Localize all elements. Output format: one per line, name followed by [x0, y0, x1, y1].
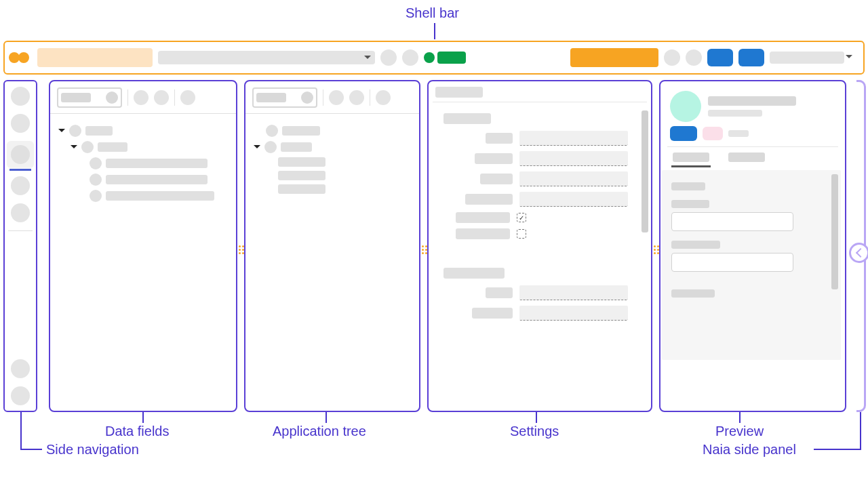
preview-section-label — [671, 182, 705, 190]
panel-data-body — [50, 114, 236, 411]
settings-input[interactable] — [519, 151, 628, 166]
naia-expand-button[interactable] — [849, 243, 868, 263]
sidenav-item-3-active[interactable] — [7, 141, 34, 168]
sidenav-divider — [8, 230, 33, 231]
preview-subtitle — [708, 110, 762, 117]
tree-row[interactable] — [278, 184, 411, 194]
tree-row[interactable] — [90, 190, 228, 202]
status-indicator — [424, 52, 466, 64]
settings-body: ✓ — [429, 106, 651, 411]
splitter-handle[interactable] — [420, 243, 429, 256]
settings-check-row — [437, 228, 643, 239]
preview-title — [708, 96, 796, 106]
settings-field — [437, 306, 643, 321]
settings-field — [437, 171, 643, 186]
shell-action-3-icon[interactable] — [664, 49, 680, 66]
settings-field — [437, 151, 643, 166]
settings-input[interactable] — [519, 131, 628, 146]
settings-field — [437, 192, 643, 207]
settings-checkbox-checked[interactable]: ✓ — [517, 213, 526, 222]
sidenav-item-1[interactable] — [11, 87, 30, 106]
tree-row[interactable] — [278, 171, 411, 180]
preview-input-2[interactable] — [671, 253, 793, 272]
caret-icon — [71, 145, 77, 152]
panel-tree-action-1-icon[interactable] — [329, 90, 344, 105]
settings-input[interactable] — [519, 306, 628, 321]
preview-avatar-icon — [670, 91, 701, 122]
naia-label: Naia side panel — [703, 442, 796, 458]
callout-line — [434, 23, 435, 39]
sidenav-label: Side navigation — [46, 442, 139, 458]
preview-chip-secondary[interactable] — [703, 127, 723, 140]
settings-field — [437, 285, 643, 300]
shell-blue-button-2[interactable] — [738, 49, 764, 66]
settings-field — [437, 131, 643, 146]
preview-header — [660, 81, 845, 126]
panel-tree-selector[interactable] — [252, 87, 317, 108]
panel-preview — [659, 80, 846, 412]
panel-tree-action-3-icon[interactable] — [376, 90, 391, 105]
brand-logo-icon[interactable] — [9, 50, 32, 65]
settings-input[interactable] — [519, 192, 628, 207]
panel-application-tree — [244, 80, 420, 412]
preview-footer-label — [671, 289, 715, 298]
status-dot-icon — [424, 52, 435, 63]
tree-row[interactable] — [71, 141, 228, 153]
panel-data-action-2-icon[interactable] — [154, 90, 169, 105]
caret-icon — [58, 129, 65, 136]
panel-data-action-3-icon[interactable] — [180, 90, 195, 105]
preview-scrollbar[interactable] — [831, 174, 838, 289]
user-dropdown[interactable] — [770, 52, 844, 64]
panel-data-selector[interactable] — [57, 87, 122, 108]
settings-input[interactable] — [519, 171, 628, 186]
sidenav-item-2[interactable] — [11, 114, 30, 133]
splitter-handle[interactable] — [652, 243, 660, 256]
sidenav-footer-1[interactable] — [11, 359, 30, 378]
settings-checkbox-unchecked[interactable] — [517, 229, 526, 239]
shell-action-4-icon[interactable] — [686, 49, 702, 66]
tree-row[interactable] — [254, 141, 411, 153]
shell-bar — [3, 41, 865, 75]
datafields-label: Data fields — [105, 424, 170, 439]
preview-input-1[interactable] — [671, 212, 793, 231]
tree-row[interactable] — [58, 125, 228, 137]
settings-section-1 — [443, 113, 491, 124]
sidenav-footer-2[interactable] — [11, 386, 30, 405]
splitter-handle[interactable] — [237, 243, 245, 256]
sidenav-item-3-icon — [11, 145, 30, 164]
settings-section-2 — [443, 268, 505, 279]
tree-row[interactable] — [90, 174, 228, 186]
panel-data-action-1-icon[interactable] — [134, 90, 149, 105]
settings-input[interactable] — [519, 285, 628, 300]
preview-tab-1[interactable] — [673, 152, 709, 162]
tree-row[interactable] — [266, 125, 411, 137]
sidenav-item-5[interactable] — [11, 203, 30, 222]
primary-action-button[interactable] — [570, 48, 658, 67]
status-text — [437, 52, 466, 64]
preview-tabs — [660, 150, 845, 162]
panel-tree-action-2-icon[interactable] — [349, 90, 364, 105]
preview-label: Preview — [715, 424, 764, 439]
settings-scrollbar[interactable] — [642, 110, 648, 232]
preview-input-2-label — [671, 241, 720, 249]
caret-icon — [254, 145, 260, 152]
preview-input-1-label — [671, 200, 709, 208]
shell-action-1-icon[interactable] — [380, 49, 397, 66]
context-select[interactable] — [158, 51, 375, 64]
sidenav-item-4[interactable] — [11, 176, 30, 195]
panel-data-header — [50, 81, 236, 114]
panel-tree-body — [245, 114, 419, 411]
tree-row[interactable] — [278, 157, 411, 167]
preview-tab-2[interactable] — [728, 152, 765, 162]
panel-settings: ✓ — [427, 80, 652, 412]
shellbar-label: Shell bar — [406, 5, 459, 21]
panel-data-fields — [49, 80, 237, 412]
tree-row[interactable] — [90, 157, 228, 169]
shell-action-2-icon[interactable] — [402, 49, 418, 66]
preview-content — [662, 170, 841, 360]
search-input[interactable] — [37, 48, 153, 67]
settings-label: Settings — [510, 424, 559, 439]
side-navigation — [3, 80, 37, 412]
shell-blue-button-1[interactable] — [707, 49, 733, 66]
preview-chip-primary[interactable] — [670, 126, 697, 141]
